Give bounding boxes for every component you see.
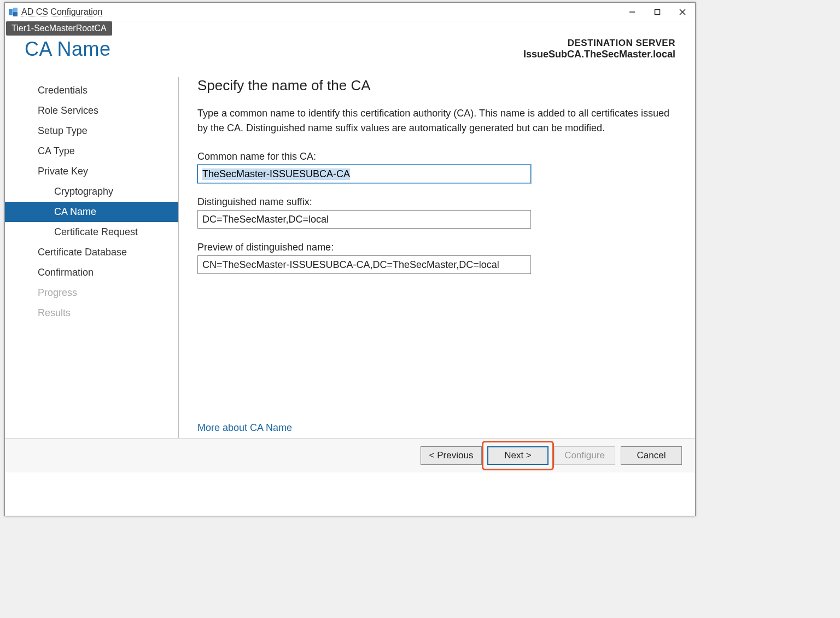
sidebar-item-ca-name[interactable]: CA Name <box>5 202 178 222</box>
preview-input[interactable] <box>197 255 531 274</box>
maximize-button[interactable] <box>645 3 670 21</box>
close-button[interactable] <box>670 3 695 21</box>
common-name-block: Common name for this CA: TheSecMaster-IS… <box>197 151 675 183</box>
main-panel: Specify the name of the CA Type a common… <box>179 77 675 438</box>
cancel-button[interactable]: Cancel <box>621 446 682 465</box>
sidebar-item-label: Role Services <box>38 105 98 116</box>
sidebar-item-confirmation[interactable]: Confirmation <box>5 263 178 283</box>
page-title: CA Name <box>25 38 111 61</box>
description-text: Type a common name to identify this cert… <box>197 106 673 136</box>
preview-block: Preview of distinguished name: <box>197 242 675 274</box>
configure-button[interactable]: Configure <box>554 446 615 465</box>
svg-rect-2 <box>13 11 18 16</box>
sidebar-item-label: CA Type <box>38 145 75 156</box>
next-button[interactable]: Next > <box>487 446 549 465</box>
dn-suffix-input[interactable] <box>197 210 531 229</box>
svg-rect-1 <box>13 8 18 11</box>
sidebar-item-progress: Progress <box>5 283 178 303</box>
sidebar-item-certificate-request[interactable]: Certificate Request <box>5 222 178 242</box>
sidebar-item-credentials[interactable]: Credentials <box>5 80 178 101</box>
sidebar: CredentialsRole ServicesSetup TypeCA Typ… <box>5 77 179 438</box>
dn-suffix-label: Distinguished name suffix: <box>197 196 675 208</box>
sidebar-item-cryptography[interactable]: Cryptography <box>5 182 178 202</box>
body-area: CredentialsRole ServicesSetup TypeCA Typ… <box>5 66 695 438</box>
destination-server: DESTINATION SERVER IssueSubCA.TheSecMast… <box>523 38 675 60</box>
sidebar-item-role-services[interactable]: Role Services <box>5 101 178 121</box>
sidebar-item-label: CA Name <box>54 206 96 217</box>
svg-rect-4 <box>655 10 660 15</box>
destination-server-value: IssueSubCA.TheSecMaster.local <box>523 49 675 60</box>
sidebar-item-label: Results <box>38 307 71 318</box>
previous-button[interactable]: < Previous <box>421 446 482 465</box>
sidebar-item-label: Credentials <box>38 85 88 96</box>
preview-label: Preview of distinguished name: <box>197 242 675 253</box>
sidebar-item-label: Certificate Database <box>38 247 127 258</box>
common-name-value: TheSecMaster-ISSUESUBCA-CA <box>202 168 350 180</box>
sidebar-item-private-key[interactable]: Private Key <box>5 161 178 182</box>
common-name-input[interactable]: TheSecMaster-ISSUESUBCA-CA <box>197 165 531 183</box>
sidebar-item-label: Cryptography <box>54 186 113 197</box>
main-heading: Specify the name of the CA <box>197 77 675 94</box>
more-about-link[interactable]: More about CA Name <box>197 400 675 438</box>
destination-server-label: DESTINATION SERVER <box>523 38 675 49</box>
sidebar-item-label: Setup Type <box>38 125 88 136</box>
sidebar-item-label: Confirmation <box>38 267 94 278</box>
window-title: AD CS Configuration <box>21 7 103 17</box>
sidebar-item-setup-type[interactable]: Setup Type <box>5 121 178 141</box>
sidebar-item-label: Progress <box>38 287 77 298</box>
sidebar-item-results: Results <box>5 303 178 323</box>
sidebar-item-label: Private Key <box>38 166 88 177</box>
window-controls <box>620 3 695 21</box>
footer: < Previous Next > Configure Cancel <box>5 438 695 473</box>
dn-suffix-block: Distinguished name suffix: <box>197 196 675 229</box>
common-name-label: Common name for this CA: <box>197 151 675 162</box>
app-icon <box>8 7 18 17</box>
sidebar-item-ca-type[interactable]: CA Type <box>5 141 178 161</box>
wizard-window: AD CS Configuration Tier1-SecMasterRootC… <box>4 2 696 516</box>
minimize-button[interactable] <box>620 3 645 21</box>
sidebar-item-certificate-database[interactable]: Certificate Database <box>5 242 178 263</box>
svg-rect-0 <box>9 9 13 15</box>
sidebar-item-label: Certificate Request <box>54 226 138 237</box>
tooltip: Tier1-SecMasterRootCA <box>6 21 112 36</box>
titlebar: AD CS Configuration <box>5 3 695 21</box>
